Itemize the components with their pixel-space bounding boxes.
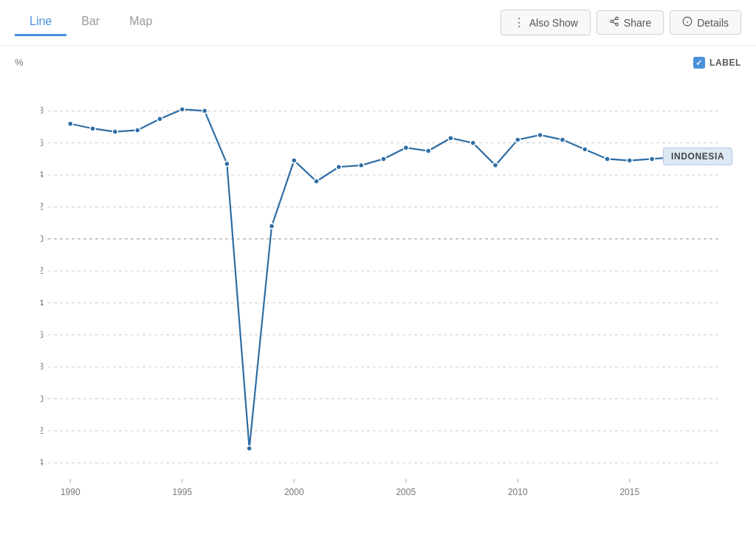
- svg-text:-6: -6: [41, 330, 44, 340]
- svg-point-46: [90, 126, 95, 131]
- svg-text:2000: 2000: [284, 487, 304, 497]
- svg-point-67: [560, 137, 565, 142]
- svg-point-71: [650, 156, 655, 162]
- svg-point-57: [336, 165, 341, 170]
- svg-point-61: [426, 148, 431, 153]
- svg-point-49: [157, 117, 162, 122]
- header: Line Bar Map ⋮ Also Show Share: [0, 0, 756, 46]
- svg-point-56: [314, 179, 319, 184]
- app-container: Line Bar Map ⋮ Also Show Share: [0, 0, 756, 560]
- svg-text:8: 8: [41, 106, 44, 116]
- legend-checkbox[interactable]: [693, 57, 705, 69]
- svg-point-66: [537, 132, 543, 137]
- svg-text:-10: -10: [41, 394, 44, 404]
- svg-text:-14: -14: [41, 457, 44, 468]
- tab-map[interactable]: Map: [114, 9, 167, 36]
- legend: LABEL: [693, 57, 741, 69]
- svg-point-58: [359, 163, 364, 168]
- svg-text:4: 4: [41, 170, 44, 180]
- header-actions: ⋮ Also Show Share Details: [501, 10, 741, 35]
- svg-text:1990: 1990: [61, 487, 80, 497]
- dots-vertical-icon: ⋮: [513, 15, 525, 30]
- svg-line-3: [613, 22, 616, 24]
- svg-point-1: [611, 20, 614, 23]
- svg-text:6: 6: [41, 138, 44, 148]
- indonesia-label: INDONESIA: [663, 148, 732, 165]
- details-label: Details: [697, 17, 729, 29]
- svg-point-45: [68, 121, 73, 126]
- svg-point-70: [627, 158, 632, 163]
- svg-point-54: [269, 224, 275, 229]
- svg-point-55: [292, 158, 297, 163]
- svg-point-50: [179, 107, 185, 112]
- share-icon: [609, 16, 619, 29]
- tab-line[interactable]: Line: [15, 9, 66, 36]
- also-show-button[interactable]: ⋮ Also Show: [501, 10, 591, 35]
- svg-text:2015: 2015: [619, 487, 639, 497]
- svg-text:2005: 2005: [396, 487, 416, 497]
- tab-bar[interactable]: Bar: [66, 9, 114, 36]
- line-chart: 86420-2-4-6-8-10-12-14199019952000200520…: [41, 57, 741, 516]
- svg-point-2: [616, 23, 619, 26]
- svg-point-59: [381, 156, 386, 162]
- share-button[interactable]: Share: [597, 10, 664, 35]
- svg-text:2: 2: [41, 201, 44, 212]
- svg-text:1995: 1995: [172, 487, 192, 497]
- svg-point-47: [112, 129, 117, 134]
- y-axis-label: %: [15, 57, 24, 68]
- svg-text:2010: 2010: [508, 487, 528, 497]
- share-label: Share: [624, 17, 651, 29]
- svg-point-48: [135, 128, 140, 133]
- svg-point-68: [583, 147, 588, 152]
- legend-label: LABEL: [709, 58, 741, 68]
- svg-point-63: [470, 140, 475, 145]
- also-show-label: Also Show: [529, 17, 578, 29]
- chart-area: % LABEL 86420-2-4-6-8-10-12-141990199520…: [0, 46, 756, 560]
- tabs: Line Bar Map: [15, 9, 501, 36]
- svg-text:-4: -4: [41, 298, 44, 308]
- svg-line-4: [613, 19, 616, 21]
- svg-text:-2: -2: [41, 266, 44, 276]
- svg-point-65: [515, 137, 520, 142]
- details-button[interactable]: Details: [670, 10, 741, 35]
- svg-point-51: [202, 108, 207, 114]
- svg-point-60: [403, 145, 408, 151]
- svg-point-53: [247, 446, 252, 451]
- svg-text:-8: -8: [41, 362, 44, 372]
- svg-point-69: [605, 156, 610, 162]
- svg-text:0: 0: [41, 234, 44, 244]
- svg-point-0: [616, 17, 619, 20]
- info-icon: [682, 16, 693, 29]
- svg-point-62: [448, 136, 453, 141]
- svg-point-64: [493, 163, 498, 168]
- svg-point-52: [224, 161, 230, 166]
- svg-text:-12: -12: [41, 426, 44, 436]
